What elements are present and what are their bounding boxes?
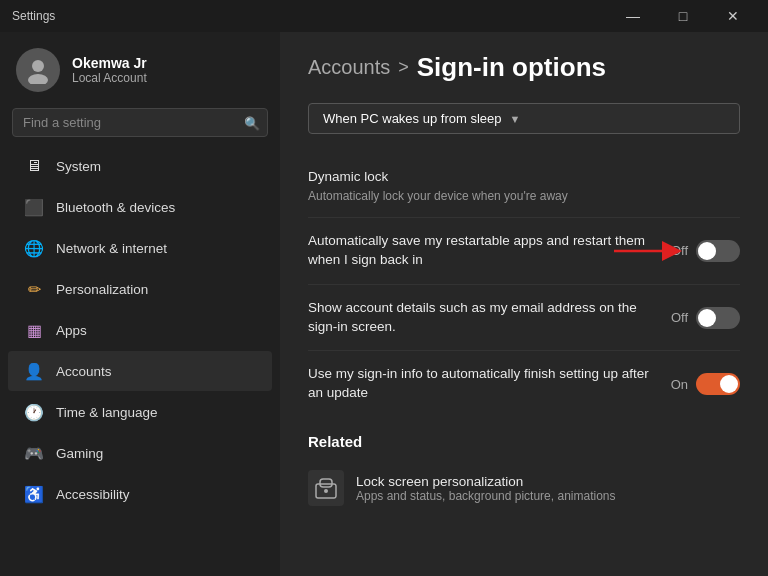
breadcrumb-parent: Accounts (308, 56, 390, 79)
accounts-icon: 👤 (24, 361, 44, 381)
sidebar-item-accessibility-label: Accessibility (56, 487, 130, 502)
sleep-dropdown-label: When PC wakes up from sleep (323, 111, 501, 126)
accessibility-icon: ♿ (24, 484, 44, 504)
sidebar-item-network-label: Network & internet (56, 241, 167, 256)
sidebar-item-system-label: System (56, 159, 101, 174)
sidebar-item-apps[interactable]: ▦ Apps (8, 310, 272, 350)
user-name: Okemwa Jr (72, 55, 147, 71)
svg-rect-5 (320, 479, 332, 487)
related-lock-screen-desc: Apps and status, background picture, ani… (356, 489, 616, 503)
sidebar-item-apps-label: Apps (56, 323, 87, 338)
avatar (16, 48, 60, 92)
sidebar-item-time-label: Time & language (56, 405, 158, 420)
setting-dynamic-lock-title: Dynamic lock (308, 168, 724, 187)
system-icon: 🖥 (24, 156, 44, 176)
related-lock-screen[interactable]: Lock screen personalization Apps and sta… (308, 460, 740, 516)
minimize-button[interactable]: — (610, 0, 656, 32)
red-arrow-annotation (614, 237, 684, 265)
breadcrumb-current: Sign-in options (417, 52, 606, 83)
svg-point-6 (324, 489, 328, 493)
app-body: Okemwa Jr Local Account 🔍 🖥 System ⬛ Blu… (0, 32, 768, 576)
setting-dynamic-lock-desc: Automatically lock your device when you'… (308, 189, 724, 203)
related-section-title: Related (308, 433, 740, 450)
svg-point-0 (32, 60, 44, 72)
sidebar-nav: 🖥 System ⬛ Bluetooth & devices 🌐 Network… (0, 145, 280, 515)
related-lock-screen-text: Lock screen personalization Apps and sta… (356, 474, 616, 503)
setting-show-account-text: Show account details such as my email ad… (308, 299, 671, 337)
bluetooth-icon: ⬛ (24, 197, 44, 217)
sidebar-item-personalization[interactable]: ✏ Personalization (8, 269, 272, 309)
content-area: Accounts > Sign-in options When PC wakes… (280, 32, 768, 576)
close-button[interactable]: ✕ (710, 0, 756, 32)
sidebar-item-gaming[interactable]: 🎮 Gaming (8, 433, 272, 473)
svg-point-1 (28, 74, 48, 84)
setting-show-account: Show account details such as my email ad… (308, 285, 740, 352)
search-input[interactable] (12, 108, 268, 137)
sidebar-item-accessibility[interactable]: ♿ Accessibility (8, 474, 272, 514)
personalization-icon: ✏ (24, 279, 44, 299)
sign-in-toggle[interactable] (696, 373, 740, 395)
setting-sign-in-info: Use my sign-in info to automatically fin… (308, 351, 740, 417)
sign-in-toggle-label: On (671, 377, 688, 392)
apps-icon: ▦ (24, 320, 44, 340)
chevron-down-icon: ▼ (509, 113, 520, 125)
user-type: Local Account (72, 71, 147, 85)
show-account-toggle[interactable] (696, 307, 740, 329)
setting-show-account-title: Show account details such as my email ad… (308, 299, 655, 337)
setting-sign-in-info-text: Use my sign-in info to automatically fin… (308, 365, 671, 403)
title-bar-left: Settings (12, 9, 55, 23)
setting-auto-save-apps-title: Automatically save my restartable apps a… (308, 232, 655, 270)
sidebar: Okemwa Jr Local Account 🔍 🖥 System ⬛ Blu… (0, 32, 280, 576)
related-lock-screen-title: Lock screen personalization (356, 474, 616, 489)
sidebar-item-personalization-label: Personalization (56, 282, 148, 297)
sidebar-item-bluetooth-label: Bluetooth & devices (56, 200, 175, 215)
sidebar-item-gaming-label: Gaming (56, 446, 103, 461)
show-account-toggle-label: Off (671, 310, 688, 325)
sidebar-item-accounts-label: Accounts (56, 364, 112, 379)
search-icon: 🔍 (244, 115, 260, 130)
toggle-knob-3 (720, 375, 738, 393)
breadcrumb-separator: > (398, 57, 409, 78)
maximize-button[interactable]: □ (660, 0, 706, 32)
auto-save-toggle[interactable] (696, 240, 740, 262)
settings-container: Dynamic lock Automatically lock your dev… (308, 154, 740, 417)
toggle-knob (698, 242, 716, 260)
setting-dynamic-lock: Dynamic lock Automatically lock your dev… (308, 154, 740, 218)
title-bar: Settings — □ ✕ (0, 0, 768, 32)
setting-dynamic-lock-text: Dynamic lock Automatically lock your dev… (308, 168, 740, 203)
sidebar-item-time[interactable]: 🕐 Time & language (8, 392, 272, 432)
lock-screen-icon (308, 470, 344, 506)
setting-auto-save-apps: Automatically save my restartable apps a… (308, 218, 740, 285)
sidebar-item-system[interactable]: 🖥 System (8, 146, 272, 186)
sidebar-item-bluetooth[interactable]: ⬛ Bluetooth & devices (8, 187, 272, 227)
sleep-dropdown[interactable]: When PC wakes up from sleep ▼ (308, 103, 740, 134)
user-info: Okemwa Jr Local Account (72, 55, 147, 85)
setting-sign-in-info-title: Use my sign-in info to automatically fin… (308, 365, 655, 403)
sidebar-item-network[interactable]: 🌐 Network & internet (8, 228, 272, 268)
search-box[interactable]: 🔍 (12, 108, 268, 137)
toggle-knob-2 (698, 309, 716, 327)
settings-title: Settings (12, 9, 55, 23)
sidebar-item-accounts[interactable]: 👤 Accounts (8, 351, 272, 391)
user-profile: Okemwa Jr Local Account (0, 32, 280, 104)
gaming-icon: 🎮 (24, 443, 44, 463)
network-icon: 🌐 (24, 238, 44, 258)
sign-in-toggle-wrap: On (671, 373, 740, 395)
time-icon: 🕐 (24, 402, 44, 422)
show-account-toggle-wrap: Off (671, 307, 740, 329)
title-bar-controls: — □ ✕ (610, 0, 756, 32)
breadcrumb: Accounts > Sign-in options (308, 52, 740, 83)
